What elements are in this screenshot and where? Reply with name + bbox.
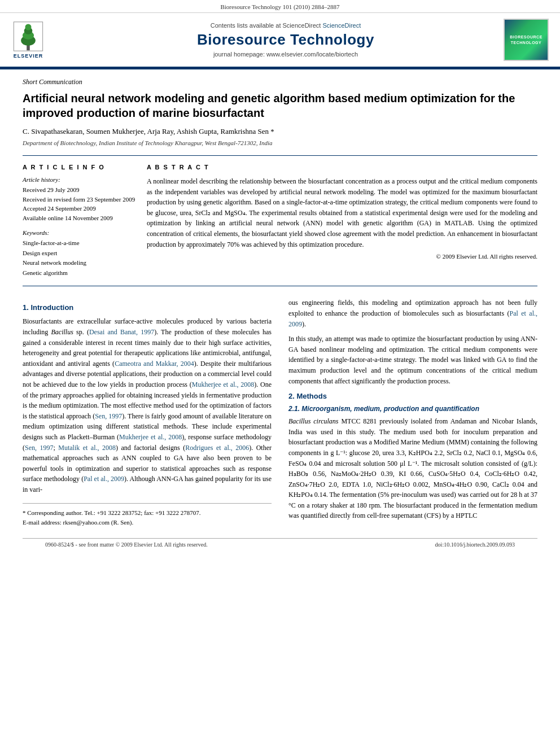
history-online: Available online 14 November 2009: [23, 213, 135, 223]
body-left-col: 1. Introduction Biosurfactants are extra…: [23, 298, 272, 527]
history-label: Article history:: [23, 176, 135, 183]
keyword-4: Genetic algorithm: [23, 268, 135, 278]
affiliation: Department of Biotechnology, Indian Inst…: [23, 139, 537, 146]
elsevier-logo: ELSEVIER: [11, 21, 45, 59]
section1-heading: 1. Introduction: [23, 303, 272, 312]
history-received: Received 29 July 2009: [23, 185, 135, 195]
article-type: Short Communication: [23, 78, 537, 86]
section1-para1: Biosurfactants are extracellular surface…: [23, 316, 272, 495]
footnote-email: E-mail address: rksen@yahoo.com (R. Sen)…: [23, 518, 272, 527]
section2-heading: 2. Methods: [288, 392, 537, 400]
article-content: Short Communication Artificial neural ne…: [0, 69, 560, 559]
ref-pal2009[interactable]: Pal et al., 2009: [84, 475, 124, 483]
history-accepted: Accepted 24 September 2009: [23, 204, 135, 213]
keyword-2: Design expert: [23, 248, 135, 259]
section2-para: Bacillus circulans MTCC 8281 previously …: [288, 416, 537, 521]
article-info-header: A R T I C L E I N F O: [23, 164, 135, 171]
journal-banner-center: Contents lists available at ScienceDirec…: [85, 22, 487, 58]
history-revised: Received in revised form 23 September 20…: [23, 195, 135, 204]
ref-mutalik[interactable]: Mutalik et al., 2008: [58, 444, 116, 452]
sciencedirect-text: Contents lists available at ScienceDirec…: [85, 22, 487, 29]
body-section-1: 1. Introduction Biosurfactants are extra…: [23, 298, 537, 527]
journal-cover-area: BIORESOURCE TECHNOLOGY: [487, 19, 549, 61]
footnote-area: * Corresponding author. Tel.: +91 3222 2…: [23, 503, 272, 527]
elsevier-text: ELSEVIER: [14, 53, 43, 59]
ref-mukherjee2008[interactable]: Mukherjee et al., 2008: [192, 381, 255, 388]
cover-text-line1: BIORESOURCE: [510, 34, 542, 40]
abstract-header: A B S T R A C T: [147, 164, 537, 171]
abstract-text: A nonlinear model describing the relatio…: [147, 176, 537, 250]
info-abstract-section: A R T I C L E I N F O Article history: R…: [23, 155, 537, 286]
ref-sen1997b[interactable]: Sen, 1997: [25, 444, 53, 452]
journal-homepage: journal homepage: www.elsevier.com/locat…: [85, 51, 487, 58]
journal-citation: Bioresource Technology 101 (2010) 2884–2…: [220, 3, 339, 10]
abstract-col: A B S T R A C T A nonlinear model descri…: [147, 164, 537, 278]
article-info-col: A R T I C L E I N F O Article history: R…: [23, 164, 135, 278]
keyword-1: Single-factor-at-a-time: [23, 238, 135, 248]
cover-text-line2: TECHNOLOGY: [511, 40, 541, 45]
ref-desai[interactable]: Desai and Banat, 1997: [89, 328, 154, 336]
elsevier-tree-icon: [11, 21, 45, 52]
keyword-3: Neural network modeling: [23, 258, 135, 268]
page-footer: 0960-8524/$ - see front matter © 2009 El…: [23, 538, 537, 548]
sciencedirect-link[interactable]: ScienceDirect: [322, 22, 361, 29]
copyright: © 2009 Elsevier Ltd. All rights reserved…: [147, 253, 537, 260]
ref-pal2009b[interactable]: Pal et al., 2009: [288, 309, 537, 328]
ref-rodrigues[interactable]: Rodrigues et al., 2006: [185, 444, 249, 452]
article-title: Artificial neural network modeling and g…: [23, 91, 537, 120]
footer-doi: doi:10.1016/j.biortech.2009.09.093: [435, 541, 515, 548]
body-right-col: ous engineering fields, this modeling an…: [288, 298, 537, 527]
section1-right-para2: In this study, an attempt was made to op…: [288, 334, 537, 386]
journal-banner: ELSEVIER Contents lists available at Sci…: [0, 13, 560, 68]
svg-point-4: [25, 24, 32, 30]
keywords-label: Keywords:: [23, 229, 135, 236]
journal-title: Bioresource Technology: [85, 31, 487, 49]
journal-cover-image: BIORESOURCE TECHNOLOGY: [504, 19, 549, 61]
footnote-star: * Corresponding author. Tel.: +91 3222 2…: [23, 508, 272, 518]
section2-subheading: 2.1. Microorganism, medium, production a…: [288, 405, 537, 413]
authors: C. Sivapathasekaran, Soumen Mukherjee, A…: [23, 127, 537, 136]
ref-cameotra[interactable]: Cameotra and Makkar, 2004: [115, 360, 194, 368]
ref-mukherjee2008b[interactable]: Mukherjee et al., 2008: [119, 433, 182, 441]
journal-header: Bioresource Technology 101 (2010) 2884–2…: [0, 0, 560, 13]
section1-right-para1: ous engineering fields, this modeling an…: [288, 298, 537, 329]
footer-issn: 0960-8524/$ - see front matter © 2009 El…: [45, 541, 208, 548]
elsevier-logo-area: ELSEVIER: [11, 21, 85, 59]
ref-sen1997[interactable]: Sen, 1997: [95, 412, 122, 420]
